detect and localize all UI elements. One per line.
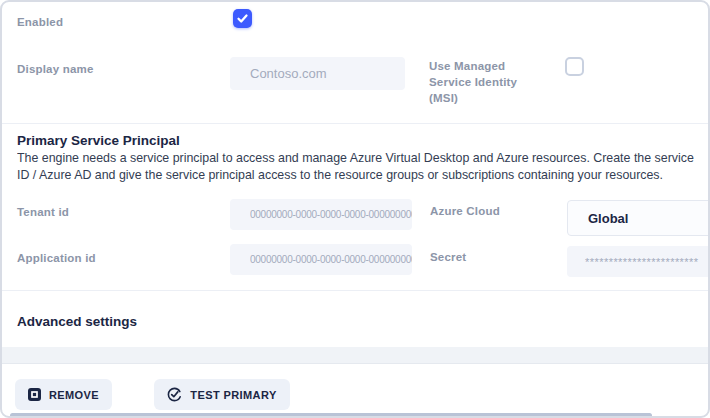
remove-icon: [28, 388, 41, 401]
remove-button-label: REMOVE: [49, 389, 99, 401]
application-id-label: Application id: [17, 252, 96, 264]
azure-cloud-label: Azure Cloud: [430, 205, 500, 217]
enabled-checkbox[interactable]: [233, 9, 252, 28]
display-name-input[interactable]: [230, 57, 405, 90]
footer-separator-band: [2, 347, 708, 364]
primary-section-description-line2: ID / Azure AD and give the service princ…: [17, 168, 708, 182]
test-primary-button[interactable]: TEST PRIMARY: [154, 379, 290, 410]
application-id-input[interactable]: [230, 244, 412, 275]
primary-section-description-line1: The engine needs a service principal to …: [17, 151, 708, 165]
secret-label: Secret: [430, 251, 466, 263]
test-primary-button-label: TEST PRIMARY: [190, 389, 276, 401]
advanced-settings-title[interactable]: Advanced settings: [17, 314, 137, 329]
display-name-label: Display name: [17, 63, 94, 75]
secret-input[interactable]: [567, 246, 710, 277]
tenant-id-label: Tenant id: [17, 206, 69, 218]
azure-cloud-select[interactable]: Global: [567, 200, 710, 236]
enabled-label: Enabled: [17, 16, 63, 28]
test-check-circle-icon: [167, 387, 182, 402]
settings-panel: Enabled Display name Use Managed Service…: [0, 0, 710, 418]
msi-checkbox[interactable]: [565, 57, 584, 76]
remove-button[interactable]: REMOVE: [15, 379, 112, 410]
tenant-id-input[interactable]: [230, 199, 412, 230]
azure-cloud-selected-value: Global: [588, 211, 628, 226]
msi-label: Use Managed Service Identity (MSI): [429, 58, 549, 106]
checkmark-icon: [236, 12, 249, 25]
primary-section-title: Primary Service Principal: [17, 133, 180, 148]
section-divider: [2, 123, 708, 124]
section-divider: [2, 290, 708, 291]
horizontal-scrollbar-thumb[interactable]: [10, 413, 652, 418]
